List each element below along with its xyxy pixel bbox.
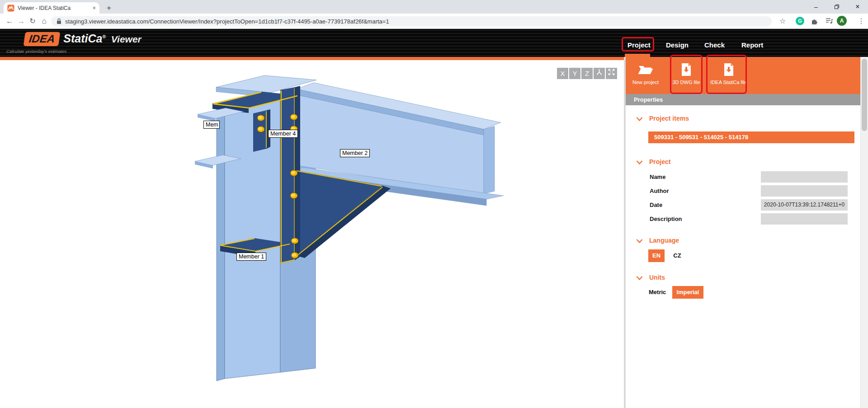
chevron-down-icon[interactable]	[636, 117, 643, 121]
zoom-fit-button[interactable]	[606, 68, 617, 79]
annotation-box-dwg-button	[670, 55, 703, 94]
project-ribbon: New project 3D DWG file	[626, 57, 868, 94]
language-cz-button[interactable]: CZ	[670, 249, 685, 262]
units-metric-button[interactable]: Metric	[649, 286, 669, 299]
favicon-idea-statica-icon	[7, 5, 14, 12]
restore-icon	[834, 4, 840, 9]
window-controls: – ×	[806, 0, 868, 14]
member-label-member4[interactable]: Member 4	[268, 130, 298, 138]
annotation-box-idea-file-button	[706, 55, 747, 94]
idea-statica-logo: IDEA StatiCa® Viewer	[24, 32, 142, 46]
browser-menu-dots-icon[interactable]: ⋮	[858, 17, 865, 25]
logo-tagline: Calculate yesterday's estimates	[6, 49, 66, 54]
view-z-button[interactable]: Z	[581, 68, 593, 79]
right-panel: New project 3D DWG file	[626, 57, 868, 408]
browser-window: Viewer - IDEA StatiCa × + – × ← → ↻ ⌂ st	[0, 0, 868, 408]
date-label: Date	[650, 199, 662, 211]
new-project-label: New project	[627, 80, 664, 85]
close-button[interactable]: ×	[847, 0, 868, 14]
chevron-down-icon[interactable]	[636, 160, 643, 164]
chevron-down-icon[interactable]	[636, 276, 643, 280]
units-imperial-button[interactable]: Imperial	[672, 286, 703, 299]
browser-tab[interactable]: Viewer - IDEA StatiCa ×	[4, 2, 99, 14]
section-project-items[interactable]: Project items	[649, 115, 689, 122]
axonometric-view-button[interactable]	[594, 68, 605, 79]
viewer-canvas[interactable]: Mem Member 4 Member 2 Member 1 X Y Z	[0, 60, 624, 408]
new-project-button[interactable]: New project	[627, 61, 664, 85]
member-label-member2[interactable]: Member 2	[340, 149, 370, 157]
browser-tab-strip: Viewer - IDEA StatiCa × + – ×	[0, 0, 868, 14]
minimize-button[interactable]: –	[806, 0, 826, 14]
model-end-plate	[280, 86, 300, 263]
open-folder-icon	[627, 61, 664, 78]
scrollbar-thumb[interactable]	[862, 59, 867, 131]
logo-idea-badge: IDEA	[24, 32, 61, 46]
reload-icon[interactable]: ↻	[28, 17, 38, 26]
extensions-puzzle-icon[interactable]	[811, 17, 818, 25]
annotation-box-project-menu	[622, 37, 654, 52]
properties-title: Properties	[634, 94, 868, 105]
zoom-fit-icon	[608, 68, 615, 76]
home-icon[interactable]: ⌂	[39, 17, 49, 26]
author-field[interactable]	[761, 185, 848, 197]
date-field[interactable]: 2020-10-07T13:39:12.1748211+0	[761, 199, 848, 211]
tab-close-icon[interactable]: ×	[92, 5, 96, 11]
name-field[interactable]	[761, 171, 848, 183]
tab-title: Viewer - IDEA StatiCa	[18, 5, 89, 11]
connection-3d-model[interactable]	[0, 60, 624, 408]
project-item-row[interactable]: 509331 - 509531 - 514025 - 514178	[648, 131, 854, 143]
section-language[interactable]: Language	[649, 237, 679, 244]
page-scrollbar[interactable]	[860, 57, 868, 408]
name-label: Name	[650, 171, 665, 183]
logo-statica-text: StatiCa	[63, 32, 102, 45]
chevron-down-icon[interactable]	[636, 239, 643, 243]
logo-product-name: Viewer	[111, 34, 142, 45]
view-y-button[interactable]: Y	[569, 68, 580, 79]
member-label-member3[interactable]: Mem	[203, 121, 220, 129]
section-units[interactable]: Units	[649, 274, 665, 281]
list-extension-icon[interactable]	[826, 18, 833, 24]
app-header: IDEA StatiCa® Viewer Calculate yesterday…	[0, 29, 868, 57]
section-project[interactable]: Project	[649, 158, 670, 165]
restore-button[interactable]	[826, 0, 847, 14]
url-text: staging3.viewer.ideastatica.com/Connecti…	[65, 18, 389, 25]
profile-avatar[interactable]: A	[837, 16, 847, 26]
menu-check[interactable]: Check	[704, 41, 725, 49]
description-field[interactable]	[761, 213, 848, 225]
grammarly-extension-icon[interactable]: G	[796, 17, 804, 25]
author-label: Author	[650, 185, 669, 197]
back-icon[interactable]: ←	[5, 17, 14, 26]
forward-icon[interactable]: →	[16, 17, 26, 26]
address-bar[interactable]: staging3.viewer.ideastatica.com/Connecti…	[51, 16, 772, 26]
logo-registered-mark: ®	[102, 34, 105, 39]
member-label-member1[interactable]: Member 1	[236, 253, 266, 261]
browser-toolbar: ← → ↻ ⌂ staging3.viewer.ideastatica.com/…	[0, 14, 868, 29]
language-en-button[interactable]: EN	[648, 249, 665, 262]
menu-report[interactable]: Report	[741, 41, 763, 49]
properties-bar: Properties	[626, 94, 868, 105]
view-x-button[interactable]: X	[557, 68, 568, 79]
menu-design[interactable]: Design	[666, 41, 689, 49]
axonometric-icon	[595, 68, 603, 76]
description-label: Description	[650, 213, 682, 225]
bookmark-star-icon[interactable]: ☆	[779, 17, 786, 25]
new-tab-button[interactable]: +	[104, 3, 114, 13]
lock-icon[interactable]	[57, 18, 61, 24]
